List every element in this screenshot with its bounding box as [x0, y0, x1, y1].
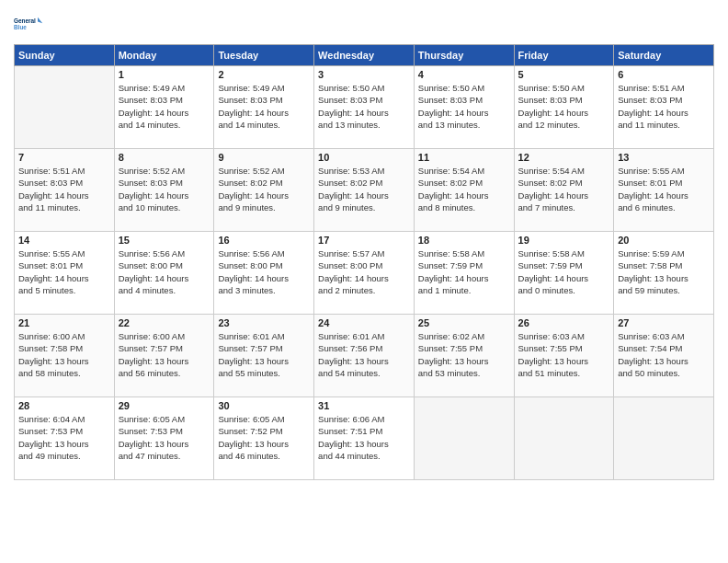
calendar-body: 1Sunrise: 5:49 AM Sunset: 8:03 PM Daylig…	[15, 66, 714, 480]
day-number: 22	[119, 317, 210, 328]
day-info: Sunrise: 6:03 AM Sunset: 7:54 PM Dayligh…	[618, 330, 710, 379]
day-info: Sunrise: 5:54 AM Sunset: 8:02 PM Dayligh…	[518, 165, 610, 213]
calendar-cell: 19Sunrise: 5:58 AM Sunset: 7:59 PM Dayli…	[514, 232, 614, 315]
day-number: 14	[18, 235, 110, 246]
calendar-cell: 23Sunrise: 6:01 AM Sunset: 7:57 PM Dayli…	[214, 315, 314, 397]
calendar-cell: 12Sunrise: 5:54 AM Sunset: 8:02 PM Dayli…	[514, 149, 614, 232]
day-number: 7	[18, 152, 110, 163]
day-number: 6	[618, 69, 710, 80]
day-number: 25	[418, 317, 510, 328]
week-row-3: 14Sunrise: 5:55 AM Sunset: 8:01 PM Dayli…	[15, 232, 714, 315]
page-header: GeneralBlue	[14, 9, 714, 39]
calendar-cell: 11Sunrise: 5:54 AM Sunset: 8:02 PM Dayli…	[414, 149, 514, 232]
day-number: 18	[418, 235, 510, 246]
calendar-cell: 29Sunrise: 6:05 AM Sunset: 7:53 PM Dayli…	[114, 397, 214, 480]
day-info: Sunrise: 6:01 AM Sunset: 7:56 PM Dayligh…	[318, 330, 410, 379]
day-info: Sunrise: 6:00 AM Sunset: 7:58 PM Dayligh…	[18, 330, 110, 379]
weekday-friday: Friday	[514, 45, 614, 66]
calendar-cell: 2Sunrise: 5:49 AM Sunset: 8:03 PM Daylig…	[214, 66, 314, 149]
day-info: Sunrise: 5:52 AM Sunset: 8:03 PM Dayligh…	[119, 165, 210, 213]
calendar-cell: 20Sunrise: 5:59 AM Sunset: 7:58 PM Dayli…	[614, 232, 714, 315]
day-number: 10	[318, 152, 410, 163]
day-info: Sunrise: 5:49 AM Sunset: 8:03 PM Dayligh…	[218, 82, 310, 131]
calendar-cell: 8Sunrise: 5:52 AM Sunset: 8:03 PM Daylig…	[114, 149, 214, 232]
svg-text:General: General	[14, 17, 36, 24]
day-info: Sunrise: 5:49 AM Sunset: 8:03 PM Dayligh…	[119, 82, 210, 131]
day-number: 17	[318, 235, 410, 246]
day-info: Sunrise: 6:04 AM Sunset: 7:53 PM Dayligh…	[18, 413, 110, 462]
day-number: 12	[518, 152, 610, 163]
calendar-cell: 30Sunrise: 6:05 AM Sunset: 7:52 PM Dayli…	[214, 397, 314, 480]
day-number: 19	[518, 235, 610, 246]
week-row-4: 21Sunrise: 6:00 AM Sunset: 7:58 PM Dayli…	[15, 315, 714, 397]
day-info: Sunrise: 5:50 AM Sunset: 8:03 PM Dayligh…	[418, 82, 510, 131]
day-number: 23	[218, 317, 310, 328]
day-info: Sunrise: 6:05 AM Sunset: 7:53 PM Dayligh…	[119, 413, 210, 462]
day-number: 15	[119, 235, 210, 246]
day-info: Sunrise: 6:00 AM Sunset: 7:57 PM Dayligh…	[119, 330, 210, 379]
weekday-tuesday: Tuesday	[214, 45, 314, 66]
calendar-cell: 7Sunrise: 5:51 AM Sunset: 8:03 PM Daylig…	[15, 149, 115, 232]
calendar-cell: 9Sunrise: 5:52 AM Sunset: 8:02 PM Daylig…	[214, 149, 314, 232]
calendar-cell: 18Sunrise: 5:58 AM Sunset: 7:59 PM Dayli…	[414, 232, 514, 315]
day-number: 4	[418, 69, 510, 80]
day-number: 24	[318, 317, 410, 328]
calendar-cell	[414, 397, 514, 480]
day-number: 13	[618, 152, 710, 163]
day-info: Sunrise: 5:58 AM Sunset: 7:59 PM Dayligh…	[418, 247, 510, 296]
day-info: Sunrise: 5:55 AM Sunset: 8:01 PM Dayligh…	[18, 247, 110, 296]
day-info: Sunrise: 5:51 AM Sunset: 8:03 PM Dayligh…	[618, 82, 710, 131]
calendar-cell	[514, 397, 614, 480]
calendar-cell: 14Sunrise: 5:55 AM Sunset: 8:01 PM Dayli…	[15, 232, 115, 315]
calendar-cell: 28Sunrise: 6:04 AM Sunset: 7:53 PM Dayli…	[15, 397, 115, 480]
day-info: Sunrise: 5:50 AM Sunset: 8:03 PM Dayligh…	[518, 82, 610, 131]
day-info: Sunrise: 5:53 AM Sunset: 8:02 PM Dayligh…	[318, 165, 410, 213]
calendar-cell: 4Sunrise: 5:50 AM Sunset: 8:03 PM Daylig…	[414, 66, 514, 149]
calendar-cell: 21Sunrise: 6:00 AM Sunset: 7:58 PM Dayli…	[15, 315, 115, 397]
day-info: Sunrise: 6:05 AM Sunset: 7:52 PM Dayligh…	[218, 413, 310, 462]
day-info: Sunrise: 5:56 AM Sunset: 8:00 PM Dayligh…	[218, 247, 310, 296]
calendar-cell: 26Sunrise: 6:03 AM Sunset: 7:55 PM Dayli…	[514, 315, 614, 397]
day-info: Sunrise: 5:51 AM Sunset: 8:03 PM Dayligh…	[18, 165, 110, 213]
calendar-cell: 25Sunrise: 6:02 AM Sunset: 7:55 PM Dayli…	[414, 315, 514, 397]
calendar-cell	[15, 66, 115, 149]
calendar-cell: 13Sunrise: 5:55 AM Sunset: 8:01 PM Dayli…	[614, 149, 714, 232]
day-number: 30	[218, 400, 310, 411]
svg-text:Blue: Blue	[14, 24, 27, 30]
weekday-monday: Monday	[114, 45, 214, 66]
day-number: 21	[18, 317, 110, 328]
day-number: 29	[119, 400, 210, 411]
logo-icon: GeneralBlue	[14, 9, 43, 39]
day-number: 5	[518, 69, 610, 80]
day-info: Sunrise: 5:57 AM Sunset: 8:00 PM Dayligh…	[318, 247, 410, 296]
day-info: Sunrise: 6:06 AM Sunset: 7:51 PM Dayligh…	[318, 413, 410, 462]
weekday-thursday: Thursday	[414, 45, 514, 66]
calendar-cell: 17Sunrise: 5:57 AM Sunset: 8:00 PM Dayli…	[314, 232, 415, 315]
day-info: Sunrise: 5:59 AM Sunset: 7:58 PM Dayligh…	[618, 247, 710, 296]
day-info: Sunrise: 5:56 AM Sunset: 8:00 PM Dayligh…	[119, 247, 210, 296]
day-number: 31	[318, 400, 410, 411]
week-row-2: 7Sunrise: 5:51 AM Sunset: 8:03 PM Daylig…	[15, 149, 714, 232]
day-number: 8	[119, 152, 210, 163]
day-number: 1	[119, 69, 210, 80]
calendar-cell: 27Sunrise: 6:03 AM Sunset: 7:54 PM Dayli…	[614, 315, 714, 397]
week-row-5: 28Sunrise: 6:04 AM Sunset: 7:53 PM Dayli…	[15, 397, 714, 480]
calendar-cell: 6Sunrise: 5:51 AM Sunset: 8:03 PM Daylig…	[614, 66, 714, 149]
day-info: Sunrise: 6:03 AM Sunset: 7:55 PM Dayligh…	[518, 330, 610, 379]
calendar-cell	[614, 397, 714, 480]
calendar-cell: 16Sunrise: 5:56 AM Sunset: 8:00 PM Dayli…	[214, 232, 314, 315]
day-info: Sunrise: 6:01 AM Sunset: 7:57 PM Dayligh…	[218, 330, 310, 379]
calendar-cell: 3Sunrise: 5:50 AM Sunset: 8:03 PM Daylig…	[314, 66, 415, 149]
day-info: Sunrise: 5:55 AM Sunset: 8:01 PM Dayligh…	[618, 165, 710, 213]
day-number: 28	[18, 400, 110, 411]
day-info: Sunrise: 6:02 AM Sunset: 7:55 PM Dayligh…	[418, 330, 510, 379]
calendar-cell: 1Sunrise: 5:49 AM Sunset: 8:03 PM Daylig…	[114, 66, 214, 149]
day-number: 9	[218, 152, 310, 163]
day-number: 26	[518, 317, 610, 328]
day-number: 20	[618, 235, 710, 246]
day-info: Sunrise: 5:50 AM Sunset: 8:03 PM Dayligh…	[318, 82, 410, 131]
weekday-saturday: Saturday	[614, 45, 714, 66]
weekday-wednesday: Wednesday	[314, 45, 415, 66]
logo: GeneralBlue	[14, 9, 43, 39]
day-number: 27	[618, 317, 710, 328]
